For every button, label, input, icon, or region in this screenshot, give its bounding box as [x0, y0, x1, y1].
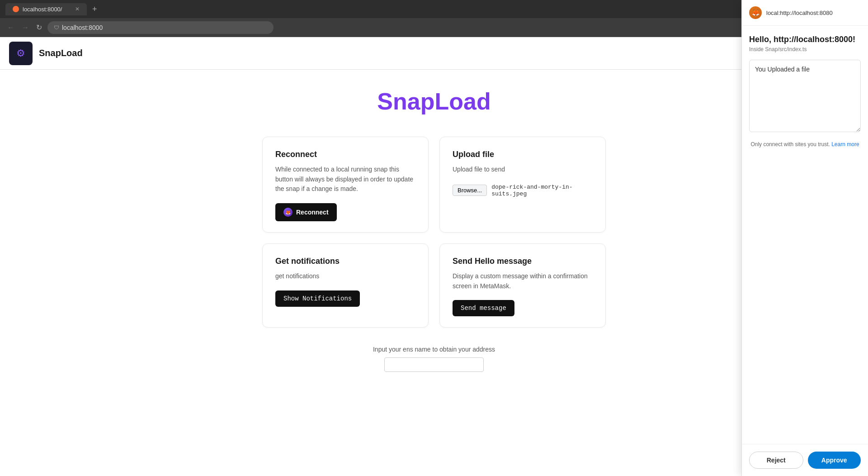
page-title: SnapLoad — [172, 88, 696, 115]
popup-message-textarea[interactable]: You Uploaded a file — [749, 60, 861, 132]
reconnect-card-title: Reconnect — [275, 150, 415, 159]
ens-input[interactable] — [384, 357, 484, 372]
browser-tab[interactable]: localhost:8000/ ✕ — [5, 3, 87, 15]
reconnect-button[interactable]: 🦊 Reconnect — [275, 203, 337, 221]
upload-card-desc: Upload file to send — [453, 165, 593, 175]
notifications-card: Get notifications get notifications Show… — [262, 243, 429, 328]
notifications-card-title: Get notifications — [275, 257, 415, 266]
metamask-logo-icon: 🦊 — [749, 6, 762, 19]
tab-url-label: localhost:8000/ — [23, 6, 62, 13]
learn-more-link[interactable]: Learn more — [831, 141, 859, 148]
send-message-button[interactable]: Send message — [453, 300, 514, 316]
popup-header: 🦊 local:http://localhost:8080 — [742, 0, 868, 26]
new-tab-button[interactable]: + — [92, 5, 97, 14]
metamask-popup: 🦊 local:http://localhost:8080 Hello, htt… — [741, 0, 868, 390]
hello-card-desc: Display a custom message within a confir… — [453, 271, 593, 291]
app-logo: ⚙ — [9, 42, 33, 65]
back-button[interactable]: ← — [5, 22, 16, 33]
reconnect-card-desc: While connected to a local running snap … — [275, 165, 415, 194]
cards-grid: Reconnect While connected to a local run… — [262, 137, 606, 328]
browse-button[interactable]: Browse... — [453, 185, 487, 196]
tab-favicon-icon — [13, 6, 19, 12]
address-bar[interactable]: 🛡 localhost:8000 — [47, 21, 274, 34]
ens-section: Input your ens name to obtain your addre… — [172, 346, 696, 372]
popup-body: Hello, http://localhost:8000! Inside Sna… — [742, 26, 868, 390]
logo-icon: ⚙ — [16, 48, 25, 59]
hello-card-title: Send Hello message — [453, 257, 593, 266]
app-name-label: SnapLoad — [39, 48, 83, 58]
secure-icon: 🛡 — [54, 24, 59, 31]
popup-greeting: Hello, http://localhost:8000! — [749, 35, 861, 44]
popup-trust-text: Only connect with sites you trust. Learn… — [749, 141, 861, 148]
reconnect-button-icon: 🦊 — [283, 208, 292, 217]
browser-chrome: localhost:8000/ ✕ + — [0, 0, 868, 18]
show-notifications-button[interactable]: Show Notifications — [275, 290, 360, 307]
notifications-card-desc: get notifications — [275, 271, 415, 281]
reload-button[interactable]: ↻ — [34, 21, 44, 33]
app-header: ⚙ SnapLoad — [0, 37, 868, 70]
file-input-row: Browse... dope-rick-and-morty-in-suits.j… — [453, 184, 593, 197]
popup-subtitle: Inside Snap/src/index.ts — [749, 46, 861, 52]
popup-url-label: local:http://localhost:8080 — [766, 10, 833, 16]
file-name-label: dope-rick-and-morty-in-suits.jpeg — [491, 184, 593, 197]
browser-toolbar: ← → ↻ 🛡 localhost:8000 — [0, 18, 868, 37]
hello-card: Send Hello message Display a custom mess… — [439, 243, 606, 328]
reconnect-card: Reconnect While connected to a local run… — [262, 137, 429, 233]
main-content: SnapLoad Reconnect While connected to a … — [163, 70, 705, 390]
address-bar-url: localhost:8000 — [62, 24, 103, 31]
upload-card-title: Upload file — [453, 150, 593, 159]
tab-close-button[interactable]: ✕ — [75, 6, 80, 12]
ens-label: Input your ens name to obtain your addre… — [172, 346, 696, 353]
upload-card: Upload file Upload file to send Browse..… — [439, 137, 606, 233]
forward-button[interactable]: → — [20, 22, 31, 33]
